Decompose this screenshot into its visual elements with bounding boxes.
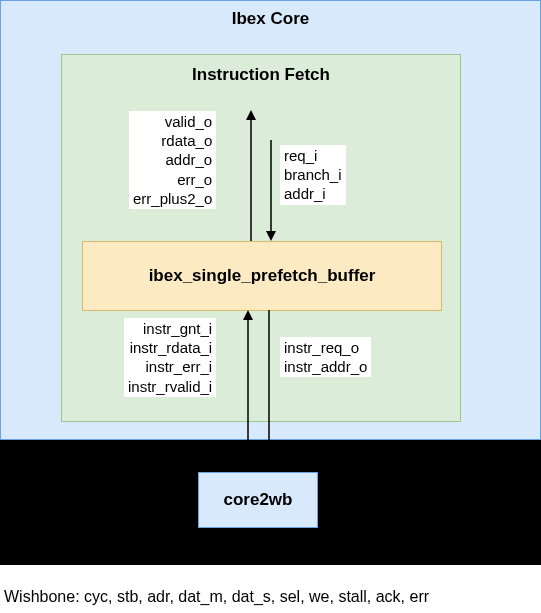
signal-instr-err-i: instr_err_i — [128, 357, 212, 376]
signal-err-o: err_o — [133, 170, 212, 189]
arrow-up-top-left — [244, 110, 258, 241]
signals-inputs-down: req_i branch_i addr_i — [280, 145, 346, 205]
instruction-fetch-title: Instruction Fetch — [62, 55, 460, 85]
signals-outputs-up: valid_o rdata_o addr_o err_o err_plus2_o — [129, 111, 216, 209]
signal-instr-rvalid-i: instr_rvalid_i — [128, 377, 212, 396]
svg-marker-1 — [246, 110, 256, 120]
signal-instr-req-o: instr_req_o — [284, 338, 367, 357]
prefetch-buffer-block: ibex_single_prefetch_buffer — [82, 241, 442, 311]
signal-instr-gnt-i: instr_gnt_i — [128, 319, 212, 338]
signal-req-i: req_i — [284, 146, 342, 165]
signal-err-plus2-o: err_plus2_o — [133, 189, 212, 208]
svg-marker-3 — [266, 231, 276, 241]
prefetch-buffer-label: ibex_single_prefetch_buffer — [149, 266, 376, 286]
signal-addr-i: addr_i — [284, 184, 342, 203]
wishbone-signals-text: Wishbone: cyc, stb, adr, dat_m, dat_s, s… — [4, 588, 539, 606]
core2wb-block: core2wb — [198, 472, 318, 528]
signal-branch-i: branch_i — [284, 165, 342, 184]
interconnect-block: core2wb — [0, 440, 541, 565]
signals-outputs-down: instr_req_o instr_addr_o — [280, 337, 371, 377]
signal-addr-o: addr_o — [133, 150, 212, 169]
arrow-down-top-right — [264, 140, 278, 241]
signal-instr-addr-o: instr_addr_o — [284, 357, 367, 376]
signal-rdata-o: rdata_o — [133, 131, 212, 150]
signal-valid-o: valid_o — [133, 112, 212, 131]
svg-marker-5 — [243, 310, 253, 320]
instruction-fetch-block: Instruction Fetch valid_o rdata_o addr_o… — [61, 54, 461, 422]
signal-instr-rdata-i: instr_rdata_i — [128, 338, 212, 357]
ibex-core-title: Ibex Core — [1, 1, 540, 29]
core2wb-label: core2wb — [224, 490, 293, 510]
signals-inputs-up: instr_gnt_i instr_rdata_i instr_err_i in… — [124, 318, 216, 397]
